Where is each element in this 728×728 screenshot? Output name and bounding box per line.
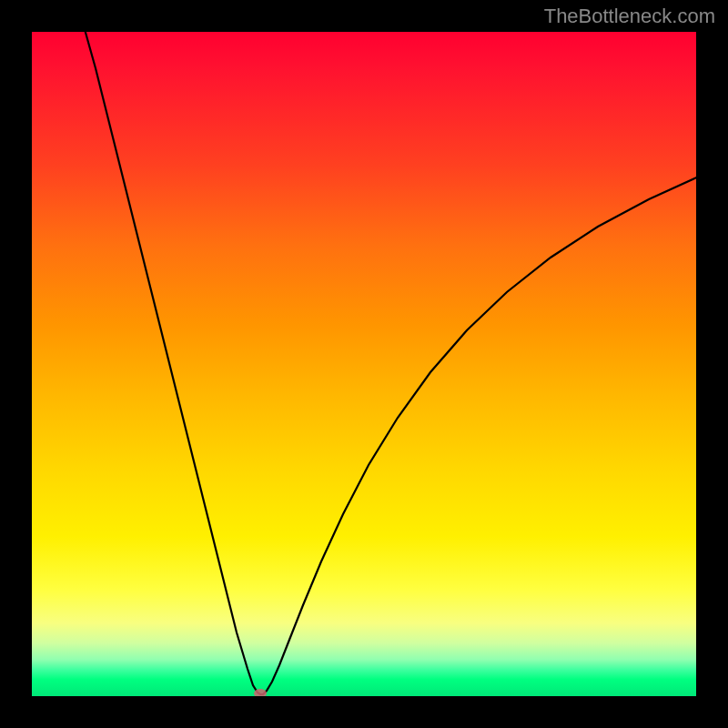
curve-minimum-marker <box>254 689 267 696</box>
watermark-label: TheBottleneck.com <box>544 5 715 28</box>
bottleneck-curve <box>32 32 696 696</box>
chart-plot-area <box>32 32 696 696</box>
